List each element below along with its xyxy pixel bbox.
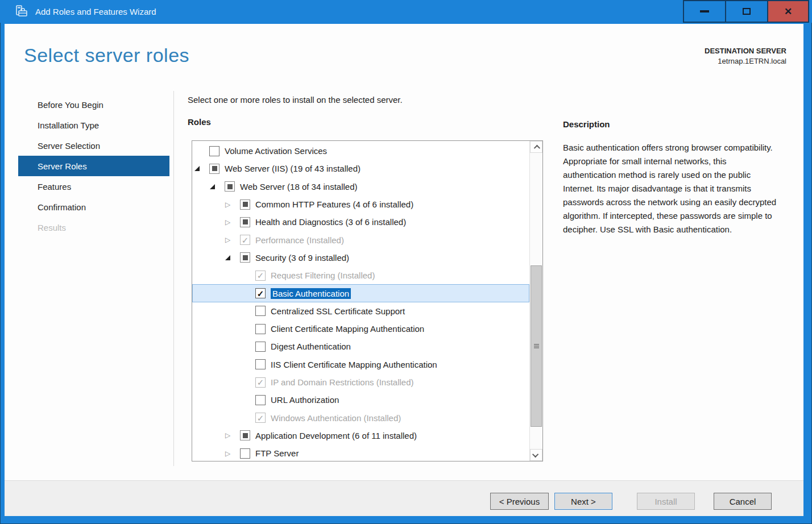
expand-icon[interactable]: ▷ [225, 201, 240, 208]
check-icon: ✓ [257, 271, 264, 280]
tree-item-label: Web Server (18 of 34 installed) [240, 182, 358, 192]
checkbox-request-filtering-installed: ✓ [255, 271, 266, 281]
collapsed-triangle-icon: ▷ [225, 236, 230, 243]
footer-bar: < PreviousNext >InstallCancel [5, 480, 803, 516]
tree-row-ftp-server[interactable]: ▷FTP Server [192, 444, 529, 461]
tree-item-label: Windows Authentication (Installed) [271, 413, 401, 423]
checkbox-basic-authentication[interactable]: ✓ [255, 288, 266, 298]
tree-row-common-http-features-4-of-6-installed[interactable]: ▷Common HTTP Features (4 of 6 installed) [192, 196, 529, 213]
thumb-grip-icon [534, 344, 539, 348]
tree-row-volume-activation-services[interactable]: Volume Activation Services [192, 142, 529, 160]
title-bar[interactable]: Add Roles and Features Wizard ✕ [0, 0, 812, 23]
checkbox-web-server-18-of-34-installed[interactable] [225, 181, 235, 192]
tree-row-url-authorization[interactable]: URL Authorization [192, 391, 529, 409]
expand-icon[interactable]: ▷ [225, 432, 240, 439]
description-title: Description [563, 119, 610, 129]
previous-button[interactable]: < Previous [490, 493, 549, 510]
tree-row-client-certificate-mapping-authentication[interactable]: Client Certificate Mapping Authenticatio… [192, 320, 529, 338]
minimize-button[interactable] [683, 0, 725, 23]
collapsed-triangle-icon: ▷ [225, 201, 230, 208]
scrollbar-thumb[interactable] [531, 265, 542, 427]
checkbox-volume-activation-services[interactable] [209, 146, 219, 156]
partial-check-icon [243, 219, 248, 224]
tree-item-label: URL Authorization [271, 395, 339, 405]
tree-row-web-server-iis-19-of-43-installed[interactable]: Web Server (IIS) (19 of 43 installed) [192, 160, 529, 177]
sidebar-item-features[interactable]: Features [18, 176, 169, 197]
checkbox-ftp-server[interactable] [240, 448, 250, 459]
tree-row-centralized-ssl-certificate-support[interactable]: Centralized SSL Certificate Support [192, 302, 529, 320]
maximize-button[interactable] [725, 0, 767, 23]
wizard-window: Add Roles and Features Wizard ✕ Select s… [0, 0, 812, 524]
tree-row-windows-authentication-installed[interactable]: ✓Windows Authentication (Installed) [192, 409, 529, 426]
destination-block: DESTINATION SERVER 1etrnap.1ETRN.local [705, 47, 786, 65]
sidebar-item-server-selection[interactable]: Server Selection [18, 135, 169, 156]
scroll-up-button[interactable] [530, 141, 542, 153]
sidebar-item-installation-type[interactable]: Installation Type [18, 115, 169, 135]
checkbox-web-server-iis-19-of-43-installed[interactable] [209, 164, 219, 174]
instruction-text: Select one or more roles to install on t… [188, 95, 403, 105]
window-title: Add Roles and Features Wizard [35, 7, 156, 16]
sidebar-item-confirmation[interactable]: Confirmation [18, 197, 169, 217]
roles-wizard-icon [15, 5, 28, 18]
tree-row-digest-authentication[interactable]: Digest Authentication [192, 338, 529, 355]
partial-check-icon [243, 202, 248, 207]
tree-item-label: Performance (Installed) [255, 235, 344, 245]
tree-scrollbar[interactable] [529, 141, 542, 461]
expand-icon[interactable]: ▷ [225, 450, 240, 457]
tree-item-label: Web Server (IIS) (19 of 43 installed) [225, 164, 361, 173]
description-body: Basic authentication offers strong brows… [563, 141, 779, 236]
tree-item-label: Volume Activation Services [225, 146, 327, 156]
checkbox-common-http-features-4-of-6-installed[interactable] [240, 199, 250, 210]
tree-item-label: Security (3 of 9 installed) [255, 253, 349, 263]
cancel-button[interactable]: Cancel [714, 493, 772, 510]
tree-row-request-filtering-installed[interactable]: ✓Request Filtering (Installed) [192, 267, 529, 284]
maximize-icon [743, 8, 751, 15]
checkbox-centralized-ssl-certificate-support[interactable] [255, 306, 266, 316]
window-controls: ✕ [683, 0, 809, 23]
collapse-icon[interactable] [225, 255, 240, 260]
tree-row-iis-client-certificate-mapping-authentication[interactable]: IIS Client Certificate Mapping Authentic… [192, 356, 529, 373]
destination-label: DESTINATION SERVER [705, 47, 786, 55]
check-icon: ✓ [257, 414, 264, 422]
tree-item-label: Client Certificate Mapping Authenticatio… [271, 324, 424, 334]
collapsed-triangle-icon: ▷ [225, 219, 230, 226]
checkbox-security-3-of-9-installed[interactable] [240, 252, 250, 263]
checkbox-client-certificate-mapping-authentication[interactable] [255, 324, 266, 334]
tree-item-label: Basic Authentication [271, 288, 351, 299]
expanded-triangle-icon [210, 184, 215, 189]
expand-icon[interactable]: ▷ [225, 219, 240, 226]
tree-row-performance-installed[interactable]: ▷✓Performance (Installed) [192, 231, 529, 248]
checkbox-health-and-diagnostics-3-of-6-installed[interactable] [240, 217, 250, 227]
page-title: Select server roles [24, 44, 189, 66]
tree-item-label: Application Development (6 of 11 install… [255, 431, 417, 440]
sidebar-item-server-roles[interactable]: Server Roles [18, 156, 169, 176]
tree-item-label: Request Filtering (Installed) [271, 271, 375, 280]
collapse-icon[interactable] [194, 166, 209, 171]
tree-row-basic-authentication[interactable]: ✓Basic Authentication [192, 284, 529, 302]
next-button[interactable]: Next > [554, 493, 612, 510]
checkbox-digest-authentication[interactable] [255, 342, 266, 352]
checkbox-iis-client-certificate-mapping-authentication[interactable] [255, 359, 266, 369]
tree-row-web-server-18-of-34-installed[interactable]: Web Server (18 of 34 installed) [192, 178, 529, 196]
close-button[interactable]: ✕ [767, 0, 809, 23]
tree-row-ip-and-domain-restrictions-installed[interactable]: ✓IP and Domain Restrictions (Installed) [192, 373, 529, 391]
collapse-icon[interactable] [210, 184, 225, 189]
expand-icon[interactable]: ▷ [225, 236, 240, 243]
roles-tree-rows: Volume Activation ServicesWeb Server (II… [192, 141, 529, 461]
check-icon: ✓ [242, 236, 249, 244]
tree-row-application-development-6-of-11-installed[interactable]: ▷Application Development (6 of 11 instal… [192, 427, 529, 444]
roles-label: Roles [188, 117, 211, 127]
checkbox-url-authorization[interactable] [255, 395, 266, 405]
tree-row-security-3-of-9-installed[interactable]: Security (3 of 9 installed) [192, 249, 529, 267]
sidebar-item-results: Results [18, 217, 169, 238]
checkbox-application-development-6-of-11-installed[interactable] [240, 430, 250, 440]
tree-item-label: Digest Authentication [271, 342, 351, 351]
collapsed-triangle-icon: ▷ [225, 450, 230, 457]
sidebar-item-before-you-begin[interactable]: Before You Begin [18, 94, 169, 115]
chevron-up-icon [534, 144, 540, 151]
partial-check-icon [212, 166, 217, 171]
roles-tree: Volume Activation ServicesWeb Server (II… [192, 140, 543, 461]
scroll-down-button[interactable] [530, 449, 542, 461]
tree-row-health-and-diagnostics-3-of-6-installed[interactable]: ▷Health and Diagnostics (3 of 6 installe… [192, 213, 529, 231]
partial-check-icon [243, 433, 248, 438]
